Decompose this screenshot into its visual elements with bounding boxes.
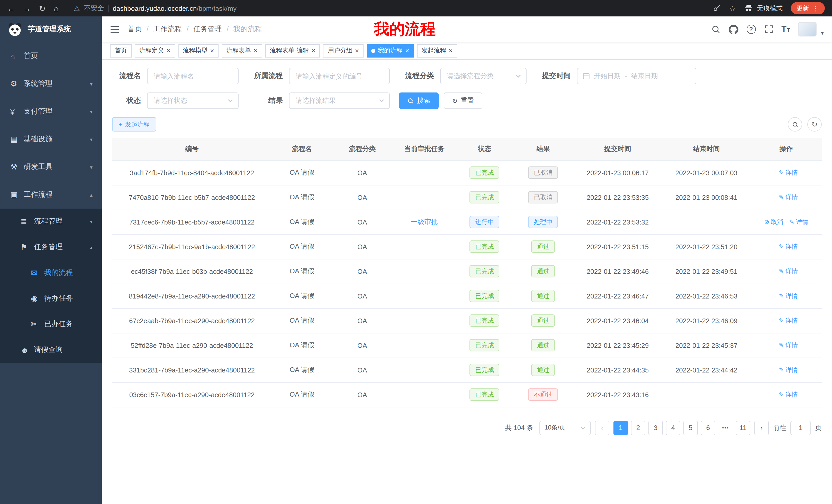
status-select[interactable]: 请选择状态 — [147, 92, 239, 109]
toggle-search-button[interactable] — [788, 117, 802, 132]
close-icon[interactable]: × — [312, 47, 315, 54]
bookmark-star-icon[interactable]: ☆ — [729, 4, 736, 12]
sidebar-menu-item[interactable]: ≣ 流程管理 — [0, 208, 102, 234]
result-select[interactable]: 请选择流结果 — [289, 92, 390, 109]
sidebar-menu-item[interactable]: ▣ 工作流程 — [0, 181, 102, 208]
search-icon[interactable] — [711, 25, 720, 34]
cell-result: 通过 — [513, 358, 573, 382]
menu-fold-icon[interactable] — [110, 25, 119, 33]
owner-process-input[interactable] — [289, 68, 390, 84]
cell-status: 已完成 — [457, 358, 513, 382]
cell-id: 3ad174fb-7b9d-11ec-8404-acde48001122 — [112, 160, 272, 185]
create-process-button[interactable]: + 发起流程 — [112, 117, 156, 132]
github-icon[interactable] — [728, 24, 738, 34]
prev-page-button[interactable]: ‹ — [595, 421, 609, 435]
refresh-button[interactable]: ↻ — [807, 117, 822, 132]
sidebar-menu-item[interactable]: ✉ 我的流程 — [0, 260, 102, 286]
search-button[interactable]: 搜索 — [399, 92, 439, 109]
tab[interactable]: 流程表单-编辑 × — [265, 44, 320, 57]
page-button[interactable]: ••• — [718, 421, 733, 435]
fullscreen-icon[interactable] — [764, 25, 773, 34]
tab[interactable]: 用户分组 × — [323, 44, 364, 57]
close-icon[interactable]: × — [166, 47, 171, 54]
browser-reload-icon[interactable]: ↻ — [39, 4, 46, 12]
category-select[interactable]: 请选择流程分类 — [440, 68, 526, 84]
reset-button[interactable]: ↻ 重置 — [444, 92, 482, 109]
sidebar-menu-item[interactable]: ⚙ 系统管理 — [0, 70, 102, 97]
detail-action[interactable]: ✎ 详情 — [779, 267, 798, 276]
page-button[interactable]: 1 — [614, 421, 628, 435]
close-icon[interactable]: × — [210, 47, 214, 54]
browser-forward-icon[interactable]: → — [23, 4, 31, 12]
detail-action[interactable]: ✎ 详情 — [789, 218, 808, 226]
cell-actions: ⊘ ✎ 详情 — [751, 160, 822, 185]
font-size-icon[interactable]: T T — [781, 25, 790, 33]
page-button[interactable]: 11 — [736, 421, 750, 435]
breadcrumb-item[interactable]: 我的流程 — [233, 25, 271, 34]
browser-back-icon[interactable]: ← — [7, 4, 15, 12]
sidebar-menu-item[interactable]: ¥ 支付管理 — [0, 97, 102, 125]
url-text: dashboard.yudao.iocoder.cn/bpm/task/my — [113, 4, 237, 12]
task-link[interactable]: 一级审批 — [411, 218, 438, 226]
user-avatar[interactable] — [798, 22, 817, 36]
close-icon[interactable]: × — [355, 47, 359, 54]
close-icon[interactable]: × — [254, 47, 257, 54]
app-logo[interactable]: 芋道管理系统 — [0, 17, 102, 42]
breadcrumb-item[interactable]: 任务管理 — [193, 25, 233, 34]
sidebar-menu-item[interactable]: ✂ 已办任务 — [0, 311, 102, 337]
browser-home-icon[interactable]: ⌂ — [54, 4, 58, 12]
tab[interactable]: 我的流程 × — [367, 44, 414, 57]
tab[interactable]: 流程定义 × — [135, 44, 175, 57]
page-button[interactable]: 2 — [631, 421, 645, 435]
update-button[interactable]: 更新 ⋮ — [791, 2, 825, 15]
table-row: 52ffd28e-7b9a-11ec-a290-acde48001122 OA … — [112, 333, 822, 358]
close-icon[interactable]: × — [405, 47, 409, 54]
cell-actions: ⊘ ✎ 详情 — [751, 358, 822, 382]
caret-down-icon[interactable]: ▾ — [821, 30, 824, 36]
menu-item-icon: ◉ — [31, 294, 44, 303]
page-size-select[interactable]: 10条/页 — [539, 421, 591, 435]
cell-result: 通过 — [513, 259, 573, 284]
table-row: ec45f38f-7b9a-11ec-b03b-acde48001122 OA … — [112, 259, 822, 284]
detail-action[interactable]: ✎ 详情 — [779, 390, 798, 399]
page-button[interactable]: 6 — [701, 421, 715, 435]
tab[interactable]: 发起流程 × — [417, 44, 457, 57]
page-button[interactable]: 4 — [666, 421, 680, 435]
result-tag: 通过 — [531, 314, 555, 327]
sidebar-menu-item[interactable]: ☻ 请假查询 — [0, 337, 102, 363]
detail-action[interactable]: ✎ 详情 — [779, 316, 798, 325]
goto-page-input[interactable] — [790, 421, 811, 435]
sidebar-menu-item[interactable]: ▤ 基础设施 — [0, 125, 102, 153]
sidebar-menu-item[interactable]: ⚑ 任务管理 — [0, 234, 102, 260]
tab[interactable]: 流程表单 × — [222, 44, 262, 57]
cancel-action[interactable]: ⊘ 取消 — [764, 218, 783, 226]
detail-action[interactable]: ✎ 详情 — [779, 242, 798, 251]
sidebar-menu-item[interactable]: ⚒ 研发工具 — [0, 153, 102, 181]
tab[interactable]: 流程模型 × — [178, 44, 218, 57]
breadcrumb-item[interactable]: 工作流程 — [153, 25, 193, 34]
detail-action[interactable]: ✎ 详情 — [779, 168, 798, 177]
detail-action[interactable]: ✎ 详情 — [779, 193, 798, 202]
password-key-icon[interactable] — [712, 4, 721, 12]
detail-action[interactable]: ✎ 详情 — [779, 366, 798, 374]
detail-action[interactable]: ✎ 详情 — [779, 341, 798, 349]
breadcrumb-item[interactable]: 首页 — [128, 25, 153, 34]
detail-action-label: 详情 — [785, 193, 798, 202]
tab[interactable]: 首页 × — [110, 44, 132, 57]
more-menu-icon[interactable]: ⋮ — [812, 5, 819, 11]
close-icon[interactable]: × — [449, 47, 452, 54]
detail-action[interactable]: ✎ 详情 — [779, 291, 798, 300]
page-button[interactable]: 5 — [683, 421, 698, 435]
process-table: 编号 流程名 流程分类 当前审批任务 状态 结果 — [112, 138, 822, 407]
sidebar-menu-item[interactable]: ◉ 待办任务 — [0, 286, 102, 311]
date-range-picker[interactable]: 开始日期 - 结束日期 — [577, 68, 696, 84]
menu-item-label: 流程管理 — [34, 217, 63, 226]
next-page-button[interactable]: › — [754, 421, 769, 435]
address-bar[interactable]: ⚠ 不安全 dashboard.yudao.iocoder.cn/bpm/tas… — [74, 4, 237, 13]
help-icon[interactable]: ? — [746, 25, 756, 34]
process-name-input[interactable] — [147, 68, 239, 84]
logo-image — [7, 22, 23, 37]
page-button[interactable]: 3 — [648, 421, 663, 435]
table-row: 3ad174fb-7b9d-11ec-8404-acde48001122 OA … — [112, 160, 822, 185]
sidebar-menu-item[interactable]: ⌂ 首页 — [0, 42, 102, 70]
